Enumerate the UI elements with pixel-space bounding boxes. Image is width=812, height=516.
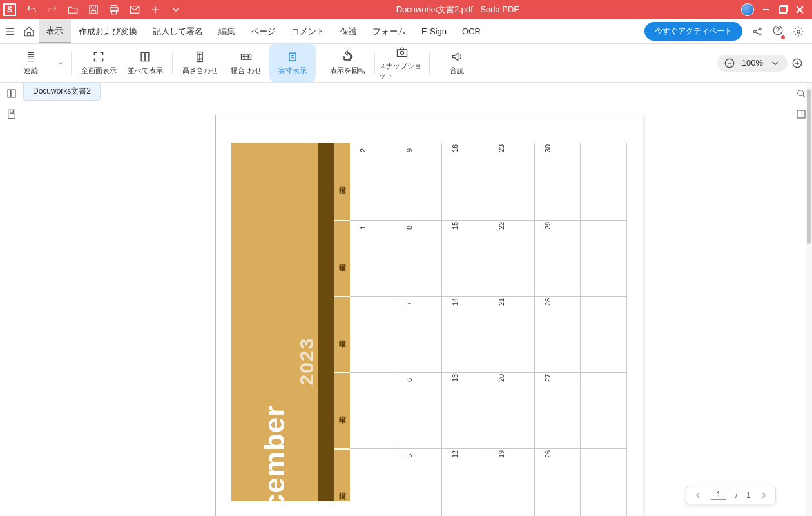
plus-icon[interactable] — [150, 4, 161, 15]
settings-gear-icon[interactable] — [793, 26, 804, 37]
window-controls — [733, 3, 812, 16]
calendar-date: 15 — [451, 222, 459, 230]
tool-separator — [320, 52, 320, 74]
calendar-date: 23 — [498, 144, 505, 152]
save-icon[interactable] — [88, 4, 99, 15]
tool-fitW[interactable]: 幅合 わせ — [223, 44, 269, 82]
view-toolbar: 連続全画面表示並べて表示高さ合わせ幅合 わせ実寸表示表示を回転スナップショット音… — [0, 44, 812, 83]
vertical-scrollbar[interactable] — [806, 83, 812, 516]
document-canvas[interactable]: 2023 December 土曜日金曜日木曜日水曜日火曜日 2916233018… — [23, 83, 789, 516]
help-icon[interactable] — [772, 25, 784, 38]
calendar-cell: 7 — [396, 297, 443, 372]
redo-icon[interactable] — [46, 4, 58, 15]
menu-item-7[interactable]: フォーム — [365, 19, 414, 43]
hamburger-menu-icon[interactable] — [0, 26, 19, 37]
svg-rect-12 — [146, 52, 149, 61]
menu-item-3[interactable]: 編集 — [211, 19, 243, 43]
scrollbar-thumb[interactable] — [807, 89, 811, 244]
page-prev-icon[interactable] — [694, 491, 702, 499]
svg-rect-15 — [289, 53, 296, 61]
page-sep: / — [735, 491, 737, 500]
search-icon[interactable] — [795, 88, 807, 99]
tool-rotate[interactable]: 表示を回転 — [324, 44, 371, 82]
calendar-date: 26 — [544, 450, 552, 458]
calendar-month: December — [258, 405, 291, 516]
calendar-cell — [350, 297, 396, 372]
tool-fitH[interactable]: 高さ合わせ — [177, 44, 223, 82]
menu-item-5[interactable]: コメント — [284, 19, 333, 43]
calendar-date: 9 — [405, 148, 413, 152]
tool-separator — [172, 52, 173, 74]
calendar-date: 21 — [498, 298, 505, 306]
tool-actual[interactable]: 実寸表示 — [269, 44, 316, 82]
dayname-cell: 金曜日 — [334, 220, 350, 296]
menu-item-6[interactable]: 保護 — [333, 19, 365, 43]
tool-read[interactable]: 音読 — [434, 44, 480, 82]
chevron-down-icon[interactable] — [170, 4, 182, 15]
mail-icon[interactable] — [129, 4, 140, 15]
svg-rect-16 — [398, 49, 407, 56]
page-next-icon[interactable] — [760, 491, 768, 499]
zoom-controls: 100% — [717, 55, 812, 72]
undo-icon[interactable] — [26, 4, 37, 15]
document-tab[interactable]: Docuworks文書2 — [23, 83, 101, 101]
calendar-cell: 2 — [350, 143, 396, 220]
share-icon[interactable] — [751, 26, 763, 37]
zoom-out-icon[interactable] — [724, 57, 735, 69]
calendar-cell: 21 — [488, 297, 535, 372]
workspace: Docuworks文書2 2023 December 土曜日金曜日木曜日水曜日火… — [0, 83, 812, 516]
left-rail — [0, 83, 23, 516]
svg-rect-21 — [12, 90, 15, 97]
tool-fullscreen[interactable]: 全画面表示 — [75, 44, 122, 82]
svg-rect-3 — [111, 11, 117, 14]
menu-item-1[interactable]: 作成および変換 — [71, 19, 145, 43]
tool-separator — [374, 52, 375, 74]
zoom-in-icon[interactable] — [791, 57, 803, 69]
menu-item-4[interactable]: ページ — [243, 19, 284, 43]
panel-thumbnails-icon[interactable] — [6, 88, 17, 99]
print-icon[interactable] — [108, 4, 120, 15]
calendar-cell: 29 — [535, 221, 581, 296]
home-icon[interactable] — [19, 26, 39, 37]
svg-rect-0 — [90, 6, 97, 14]
menu-item-0[interactable]: 表示 — [39, 19, 71, 43]
calendar-cell: 9 — [396, 143, 443, 220]
calendar-date: 5 — [405, 454, 413, 458]
calendar-date: 16 — [451, 144, 459, 152]
calendar-date: 1 — [359, 226, 367, 230]
svg-rect-22 — [8, 110, 15, 119]
calendar-date: 7 — [405, 302, 413, 306]
calendar-cell: 1 — [350, 221, 396, 296]
tool-continuous-chevron-icon[interactable] — [54, 59, 67, 67]
calendar-date: 27 — [544, 374, 552, 382]
close-icon[interactable] — [795, 5, 804, 14]
calendar-date: 12 — [451, 450, 459, 458]
zoom-chevron-down-icon[interactable] — [769, 57, 781, 69]
tool-snapshot[interactable]: スナップショット — [379, 44, 425, 82]
tool-continuous[interactable]: 連続 — [8, 50, 54, 75]
window-title: Docuworks文書2.pdf - Soda PDF — [182, 4, 733, 15]
activate-button[interactable]: 今すぐアクティベート — [644, 22, 742, 41]
tool-separator — [429, 52, 430, 74]
page-current-input[interactable] — [711, 490, 726, 500]
menu-item-8[interactable]: E-Sign — [414, 19, 454, 43]
minimize-icon[interactable] — [762, 5, 771, 14]
calendar-cell — [581, 297, 627, 372]
calendar-date: 29 — [544, 222, 552, 230]
svg-rect-24 — [797, 110, 805, 118]
maximize-icon[interactable] — [778, 5, 788, 14]
calendar-date: 13 — [451, 374, 459, 382]
open-icon[interactable] — [67, 4, 79, 15]
user-avatar[interactable] — [741, 3, 754, 16]
panel-toggle-icon[interactable] — [795, 108, 807, 120]
calendar-side: 2023 December — [231, 143, 318, 501]
calendar-cell: 15 — [442, 221, 488, 296]
menu-item-2[interactable]: 記入して署名 — [145, 19, 211, 43]
calendar-row: 7142128 — [350, 297, 627, 373]
calendar-cell — [350, 373, 396, 448]
tool-tile[interactable]: 並べて表示 — [122, 44, 168, 82]
menu-item-9[interactable]: OCR — [454, 19, 488, 43]
calendar-date: 30 — [544, 144, 552, 152]
calendar-date: 28 — [544, 298, 552, 306]
panel-bookmarks-icon[interactable] — [6, 108, 17, 120]
